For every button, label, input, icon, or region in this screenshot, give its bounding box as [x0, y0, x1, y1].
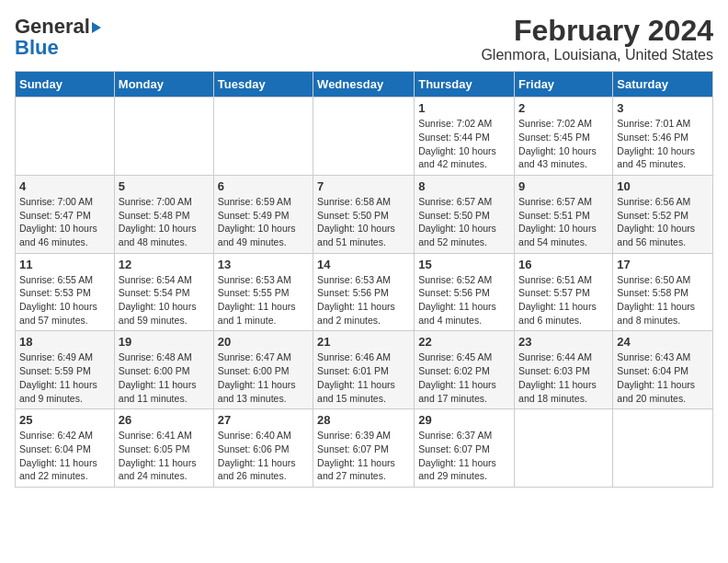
day-info: Sunrise: 6:46 AM Sunset: 6:01 PM Dayligh… — [317, 350, 410, 405]
day-cell: 29Sunrise: 6:37 AM Sunset: 6:07 PM Dayli… — [415, 409, 515, 488]
day-info: Sunrise: 6:39 AM Sunset: 6:07 PM Dayligh… — [317, 429, 410, 483]
day-number: 7 — [317, 179, 410, 193]
header-cell-monday: Monday — [114, 72, 213, 98]
day-cell: 3Sunrise: 7:01 AM Sunset: 5:46 PM Daylig… — [613, 98, 713, 176]
day-number: 5 — [119, 179, 210, 193]
day-info: Sunrise: 7:00 AM Sunset: 5:47 PM Dayligh… — [19, 195, 110, 249]
header-cell-saturday: Saturday — [613, 72, 713, 98]
day-cell: 4Sunrise: 7:00 AM Sunset: 5:47 PM Daylig… — [16, 175, 115, 253]
day-number: 25 — [19, 413, 110, 427]
day-number: 28 — [317, 413, 410, 427]
day-cell: 21Sunrise: 6:46 AM Sunset: 6:01 PM Dayli… — [313, 331, 415, 409]
day-number: 23 — [518, 335, 609, 349]
day-info: Sunrise: 6:53 AM Sunset: 5:55 PM Dayligh… — [218, 273, 309, 327]
day-cell: 15Sunrise: 6:52 AM Sunset: 5:56 PM Dayli… — [415, 253, 515, 331]
day-info: Sunrise: 6:56 AM Sunset: 5:52 PM Dayligh… — [617, 195, 709, 249]
header-cell-wednesday: Wednesday — [313, 72, 415, 98]
day-cell: 7Sunrise: 6:58 AM Sunset: 5:50 PM Daylig… — [313, 175, 415, 253]
page-header: General Blue February 2024 Glenmora, Lou… — [15, 15, 713, 63]
day-cell — [313, 98, 415, 176]
day-cell: 19Sunrise: 6:48 AM Sunset: 6:00 PM Dayli… — [114, 331, 213, 409]
day-cell: 28Sunrise: 6:39 AM Sunset: 6:07 PM Dayli… — [313, 409, 415, 488]
day-info: Sunrise: 6:57 AM Sunset: 5:50 PM Dayligh… — [418, 195, 510, 249]
day-info: Sunrise: 6:51 AM Sunset: 5:57 PM Dayligh… — [518, 273, 609, 327]
day-info: Sunrise: 6:49 AM Sunset: 5:59 PM Dayligh… — [19, 350, 110, 405]
day-cell: 8Sunrise: 6:57 AM Sunset: 5:50 PM Daylig… — [415, 175, 515, 253]
day-cell: 17Sunrise: 6:50 AM Sunset: 5:58 PM Dayli… — [613, 253, 713, 331]
day-number: 24 — [617, 335, 709, 349]
header-row: SundayMondayTuesdayWednesdayThursdayFrid… — [16, 72, 713, 98]
day-info: Sunrise: 6:52 AM Sunset: 5:56 PM Dayligh… — [418, 273, 510, 327]
day-cell: 9Sunrise: 6:57 AM Sunset: 5:51 PM Daylig… — [515, 175, 613, 253]
day-cell: 20Sunrise: 6:47 AM Sunset: 6:00 PM Dayli… — [213, 331, 313, 409]
day-number: 10 — [617, 179, 709, 193]
day-number: 4 — [19, 179, 110, 193]
day-info: Sunrise: 7:00 AM Sunset: 5:48 PM Dayligh… — [119, 195, 210, 249]
day-info: Sunrise: 6:42 AM Sunset: 6:04 PM Dayligh… — [19, 429, 110, 483]
day-info: Sunrise: 6:45 AM Sunset: 6:02 PM Dayligh… — [418, 350, 510, 405]
day-cell: 14Sunrise: 6:53 AM Sunset: 5:56 PM Dayli… — [313, 253, 415, 331]
page-subtitle: Glenmora, Louisiana, United States — [481, 47, 713, 63]
title-block: February 2024 Glenmora, Louisiana, Unite… — [481, 15, 713, 63]
day-number: 16 — [518, 258, 609, 271]
day-cell: 27Sunrise: 6:40 AM Sunset: 6:06 PM Dayli… — [213, 409, 313, 488]
day-info: Sunrise: 6:50 AM Sunset: 5:58 PM Dayligh… — [617, 273, 709, 327]
day-info: Sunrise: 6:57 AM Sunset: 5:51 PM Dayligh… — [518, 195, 609, 249]
day-number: 22 — [418, 335, 510, 349]
week-row-3: 11Sunrise: 6:55 AM Sunset: 5:53 PM Dayli… — [16, 253, 713, 331]
day-cell: 1Sunrise: 7:02 AM Sunset: 5:44 PM Daylig… — [415, 98, 515, 176]
day-number: 6 — [218, 179, 309, 193]
day-cell — [515, 409, 613, 488]
day-cell: 24Sunrise: 6:43 AM Sunset: 6:04 PM Dayli… — [613, 331, 713, 409]
logo-arrow-icon — [92, 22, 101, 33]
page-title: February 2024 — [481, 15, 713, 47]
day-cell: 11Sunrise: 6:55 AM Sunset: 5:53 PM Dayli… — [16, 253, 115, 331]
day-number: 2 — [518, 101, 609, 115]
day-info: Sunrise: 6:48 AM Sunset: 6:00 PM Dayligh… — [119, 350, 210, 405]
header-cell-friday: Friday — [515, 72, 613, 98]
day-info: Sunrise: 6:41 AM Sunset: 6:05 PM Dayligh… — [119, 429, 210, 483]
day-number: 3 — [617, 101, 709, 115]
day-info: Sunrise: 6:44 AM Sunset: 6:03 PM Dayligh… — [518, 350, 609, 405]
day-info: Sunrise: 7:02 AM Sunset: 5:44 PM Dayligh… — [418, 117, 510, 171]
week-row-4: 18Sunrise: 6:49 AM Sunset: 5:59 PM Dayli… — [16, 331, 713, 409]
day-cell: 22Sunrise: 6:45 AM Sunset: 6:02 PM Dayli… — [415, 331, 515, 409]
header-cell-thursday: Thursday — [415, 72, 515, 98]
day-number: 21 — [317, 335, 410, 349]
day-cell: 5Sunrise: 7:00 AM Sunset: 5:48 PM Daylig… — [114, 175, 213, 253]
day-number: 15 — [418, 258, 510, 271]
day-info: Sunrise: 7:02 AM Sunset: 5:45 PM Dayligh… — [518, 117, 609, 171]
day-number: 19 — [119, 335, 210, 349]
header-cell-sunday: Sunday — [16, 72, 115, 98]
day-number: 29 — [418, 413, 510, 427]
day-number: 17 — [617, 258, 709, 271]
header-cell-tuesday: Tuesday — [213, 72, 313, 98]
day-cell: 25Sunrise: 6:42 AM Sunset: 6:04 PM Dayli… — [16, 409, 115, 488]
day-cell: 16Sunrise: 6:51 AM Sunset: 5:57 PM Dayli… — [515, 253, 613, 331]
day-cell: 10Sunrise: 6:56 AM Sunset: 5:52 PM Dayli… — [613, 175, 713, 253]
day-cell: 2Sunrise: 7:02 AM Sunset: 5:45 PM Daylig… — [515, 98, 613, 176]
day-info: Sunrise: 6:54 AM Sunset: 5:54 PM Dayligh… — [119, 273, 210, 327]
day-number: 11 — [19, 258, 110, 271]
day-cell: 13Sunrise: 6:53 AM Sunset: 5:55 PM Dayli… — [213, 253, 313, 331]
day-info: Sunrise: 6:53 AM Sunset: 5:56 PM Dayligh… — [317, 273, 410, 327]
day-cell — [213, 98, 313, 176]
day-number: 26 — [119, 413, 210, 427]
day-info: Sunrise: 6:47 AM Sunset: 6:00 PM Dayligh… — [218, 350, 309, 405]
day-number: 12 — [119, 258, 210, 271]
day-info: Sunrise: 7:01 AM Sunset: 5:46 PM Dayligh… — [617, 117, 709, 171]
logo: General Blue — [15, 15, 101, 57]
day-cell — [16, 98, 115, 176]
day-cell — [613, 409, 713, 488]
calendar-table: SundayMondayTuesdayWednesdayThursdayFrid… — [15, 71, 713, 488]
day-cell: 18Sunrise: 6:49 AM Sunset: 5:59 PM Dayli… — [16, 331, 115, 409]
day-cell: 23Sunrise: 6:44 AM Sunset: 6:03 PM Dayli… — [515, 331, 613, 409]
day-info: Sunrise: 6:59 AM Sunset: 5:49 PM Dayligh… — [218, 195, 309, 249]
logo-blue: Blue — [15, 39, 59, 57]
day-cell: 12Sunrise: 6:54 AM Sunset: 5:54 PM Dayli… — [114, 253, 213, 331]
day-cell: 6Sunrise: 6:59 AM Sunset: 5:49 PM Daylig… — [213, 175, 313, 253]
day-number: 20 — [218, 335, 309, 349]
day-number: 14 — [317, 258, 410, 271]
week-row-5: 25Sunrise: 6:42 AM Sunset: 6:04 PM Dayli… — [16, 409, 713, 488]
week-row-2: 4Sunrise: 7:00 AM Sunset: 5:47 PM Daylig… — [16, 175, 713, 253]
